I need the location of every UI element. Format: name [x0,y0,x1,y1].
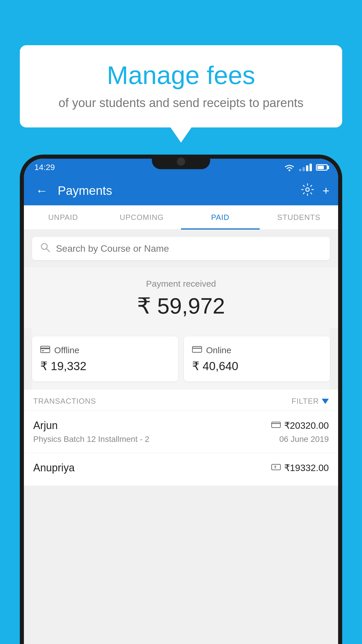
online-amount: ₹ 40,640 [192,359,322,373]
header-title: Payments [58,184,294,198]
svg-point-0 [289,169,290,171]
filter-button[interactable]: FILTER [291,397,329,406]
transaction-row[interactable]: Arjun ₹20320.00 Physics Batch 12 Install… [24,410,338,453]
tab-paid[interactable]: PAID [181,205,260,230]
search-input[interactable] [56,243,322,254]
search-icon [40,242,50,255]
status-icons [284,163,328,172]
speech-bubble: Manage fees of your students and send re… [20,45,342,127]
filter-text: FILTER [291,397,319,406]
app-header: ← Payments + [24,176,338,205]
cash-payment-icon: ₹ [271,463,281,473]
transactions-header: TRANSACTIONS FILTER [24,390,338,410]
card-payment-icon [271,421,281,430]
svg-text:₹: ₹ [274,465,277,470]
transaction-name: Anupriya [33,462,75,474]
offline-label: Offline [54,345,79,355]
battery-icon [316,164,328,171]
transaction-name: Arjun [33,419,58,432]
payment-received-amount: ₹ 59,972 [24,293,338,319]
transaction-date: 06 June 2019 [279,435,329,444]
transaction-amount-wrap: ₹ ₹19332.00 [271,462,329,473]
offline-amount: ₹ 19,332 [40,359,170,373]
online-card: Online ₹ 40,640 [184,336,330,382]
offline-card: Offline ₹ 19,332 [32,336,178,382]
phone-screen: 14:29 [24,159,338,644]
offline-card-header: Offline [40,345,170,355]
svg-rect-5 [41,348,50,349]
bubble-subtitle: of your students and send receipts to pa… [37,96,325,110]
online-icon [192,345,202,355]
transaction-amount: ₹20320.00 [284,420,329,431]
filter-icon [322,399,329,404]
svg-rect-6 [42,350,44,351]
transaction-course: Physics Batch 12 Installment - 2 [33,435,149,444]
transaction-row[interactable]: Anupriya ₹ ₹19332.00 [24,453,338,486]
svg-rect-7 [192,346,202,352]
tab-upcoming[interactable]: UPCOMING [103,205,181,230]
tabs-bar: UNPAID UPCOMING PAID STUDENTS [24,205,338,230]
transaction-amount-wrap: ₹20320.00 [271,420,329,431]
tab-students[interactable]: STUDENTS [260,205,338,230]
online-label: Online [206,345,231,355]
back-button[interactable]: ← [33,181,51,201]
svg-line-3 [47,249,50,252]
transaction-amount: ₹19332.00 [284,462,329,473]
signal-icon [299,164,312,171]
transactions-label: TRANSACTIONS [33,397,96,406]
online-card-header: Online [192,345,322,355]
phone-frame: 14:29 [20,155,342,644]
transaction-top: Anupriya ₹ ₹19332.00 [33,462,329,474]
payment-received-section: Payment received ₹ 59,972 [24,267,338,328]
add-icon[interactable]: + [323,184,329,197]
tab-unpaid[interactable]: UNPAID [24,205,103,230]
settings-icon[interactable] [301,183,314,199]
payment-received-label: Payment received [24,279,338,289]
transaction-bottom: Physics Batch 12 Installment - 2 06 June… [33,435,329,444]
svg-rect-9 [272,422,280,428]
header-action-icons: + [301,183,329,199]
bubble-title: Manage fees [37,61,325,90]
svg-rect-4 [41,346,50,353]
transaction-top: Arjun ₹20320.00 [33,419,329,432]
status-time: 14:29 [34,163,55,172]
svg-point-1 [306,188,309,191]
payment-method-cards: Offline ₹ 19,332 Online ₹ 40,640 [32,328,330,390]
search-bar[interactable] [32,237,330,260]
phone-notch [152,155,210,169]
offline-icon [40,345,50,355]
wifi-icon [284,163,295,172]
front-camera [177,158,185,166]
